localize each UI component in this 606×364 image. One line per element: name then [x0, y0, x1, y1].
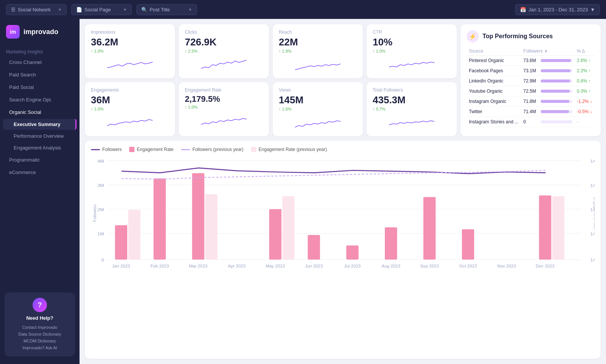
sidebar-subitem-executive-summary[interactable]: Executive Summary [3, 119, 77, 130]
table-row: Facebook Pages73.1M2.2% ↑ [467, 66, 595, 76]
main-chart-svg: 4M 3M 2M 1M 0 Followers 14.8 14.6 14.4 1… [91, 157, 595, 278]
col-source: Source [467, 47, 521, 56]
sidebar-item-search-engine-opt[interactable]: Search Engine Opt. [3, 94, 77, 106]
svg-text:Jun 2023: Jun 2023 [305, 264, 323, 269]
sidebar-item-paid-social[interactable]: Paid Social [3, 81, 77, 93]
svg-text:2M: 2M [97, 207, 104, 212]
panel-title-text: Top Performing Sources [483, 33, 553, 40]
social-page-icon: 📄 [76, 7, 82, 12]
top-bar: ☰ Social Network ▼ 📄 Social Page ▼ 🔍 Pos… [0, 0, 606, 19]
pct-delta-cell: - [575, 117, 595, 127]
sidebar-label: eCommerce [9, 170, 36, 175]
svg-rect-22 [269, 209, 281, 260]
metric-label: Impressions [91, 30, 169, 35]
svg-text:Aug 2023: Aug 2023 [381, 264, 400, 269]
sidebar-subitem-engagement-analysis[interactable]: Engagement Analysis [3, 142, 77, 153]
table-row: LinkedIn Organic72.9M0.6% ↑ [467, 76, 595, 86]
svg-text:Jan 2023: Jan 2023 [112, 264, 130, 269]
svg-rect-30 [552, 196, 564, 260]
svg-text:0: 0 [102, 258, 104, 263]
followers-cell: 71.4M [521, 107, 575, 117]
social-network-filter[interactable]: ☰ Social Network ▼ [6, 4, 67, 15]
sparkline-ctr [373, 56, 451, 72]
ask-ai-link[interactable]: Improvado? Ask AI [9, 344, 70, 351]
post-title-filter[interactable]: 🔍 Post Title ▼ [136, 4, 197, 15]
svg-text:Oct 2023: Oct 2023 [459, 264, 477, 269]
pct-delta-cell: 2.6% ↑ [575, 56, 595, 66]
sparkline-clicks [185, 56, 263, 72]
legend-engagement-prev: Engagement Rate (previous year) [251, 147, 327, 152]
sidebar-label: Paid Search [9, 72, 36, 78]
sidebar-label: Paid Social [9, 84, 34, 90]
chart-area: 4M 3M 2M 1M 0 Followers 14.8 14.6 14.4 1… [91, 157, 595, 278]
source-name: Instagram Stories and ... [467, 117, 521, 127]
help-icon: ? [33, 298, 47, 312]
metric-label: CTR [373, 30, 451, 35]
panel-title: ⚡ Top Performing Sources [467, 30, 595, 42]
social-network-label: Social Network [18, 7, 51, 12]
sparkline-engagements [91, 114, 169, 129]
source-name: Facebook Pages [467, 66, 521, 76]
source-name: Youtube Organic [467, 86, 521, 96]
legend-engagement-rate: Engagement Rate [129, 147, 173, 152]
metric-label: Engagements [91, 87, 169, 93]
svg-rect-21 [205, 194, 217, 260]
sidebar-item-organic-social[interactable]: Organic Social [3, 106, 77, 118]
social-network-icon: ☰ [11, 7, 16, 12]
source-name: LinkedIn Organic [467, 76, 521, 86]
metric-total-followers: Total Followers 435.3M ↑ 0.7% [367, 82, 457, 136]
logo-icon: im [6, 25, 20, 39]
metric-engagement-rate: Engagement Rate 2,179.5% ↑ 1.0% [179, 82, 269, 136]
svg-text:May 2023: May 2023 [266, 264, 285, 269]
metric-change: ↑ 1.0% [185, 105, 263, 109]
mcdm-dict-link[interactable]: MCDM Dictionary [9, 338, 70, 344]
table-row: Pinterest Organic73.6M2.6% ↑ [467, 56, 595, 66]
sidebar-label: Cross Channel [9, 59, 42, 65]
table-row: Youtube Organic72.5M0.3% ↑ [467, 86, 595, 96]
sidebar-item-ecommerce[interactable]: eCommerce [3, 166, 77, 178]
chevron-down-icon: ▼ [590, 7, 595, 12]
col-followers[interactable]: Followers ▼ [521, 47, 575, 56]
svg-text:14.8: 14.8 [590, 159, 595, 163]
sidebar-item-paid-search[interactable]: Paid Search [3, 69, 77, 81]
svg-text:Dec 2023: Dec 2023 [536, 264, 554, 269]
pct-delta-cell: 0.3% ↑ [575, 86, 595, 96]
metric-value: 2,179.5% [185, 94, 263, 104]
sidebar-section-marketing-insights: Marketing Insights [0, 45, 80, 56]
followers-cell: 73.6M [521, 56, 575, 66]
data-dict-link[interactable]: Data Source Dictionary [9, 331, 70, 338]
metric-value: 145M [279, 94, 357, 106]
legend-followers: Followers [91, 147, 122, 152]
sidebar-subitem-performance-overview[interactable]: Performance Overview [3, 131, 77, 142]
followers-cell: 71.8M [521, 96, 575, 107]
svg-text:Feb 2023: Feb 2023 [150, 264, 169, 269]
date-range-filter[interactable]: 📅 Jan 1, 2023 - Dec 31, 2023 ▼ [515, 4, 600, 15]
sidebar-item-cross-channel[interactable]: Cross Channel [3, 56, 77, 68]
metric-label: Reach [279, 30, 357, 35]
svg-text:Engagement Rate: Engagement Rate [593, 197, 595, 229]
col-pct-delta: % Δ [575, 47, 595, 56]
metric-value: 726.9K [185, 36, 263, 48]
svg-text:Sep 2023: Sep 2023 [420, 264, 439, 269]
help-title: Need Help? [9, 315, 70, 321]
followers-cell: 72.5M [521, 86, 575, 96]
contact-link[interactable]: Contact Improvado [9, 324, 70, 331]
source-name: Instagram Organic [467, 96, 521, 107]
svg-rect-27 [423, 197, 436, 260]
svg-text:Followers: Followers [92, 204, 97, 222]
top-section: Impressions 36.2M ↑ 1.0% Clicks 726.9K ↑… [85, 24, 601, 136]
svg-text:3M: 3M [97, 183, 104, 188]
post-title-label: Post Title [150, 7, 170, 12]
pct-delta-cell: 2.2% ↑ [575, 66, 595, 76]
social-page-filter[interactable]: 📄 Social Page ▼ [71, 4, 132, 15]
table-row: Twitter71.4M-0.5% ↓ [467, 107, 595, 117]
logo-text: improvado [23, 28, 58, 36]
svg-text:Mar 2023: Mar 2023 [189, 264, 208, 269]
metric-change: ↑ 1.9% [279, 49, 357, 53]
svg-rect-29 [539, 195, 551, 260]
metric-change: ↑ 2.5% [185, 49, 263, 53]
sidebar-item-programmatic[interactable]: Programmatic [3, 154, 77, 166]
metric-value: 435.3M [373, 94, 451, 106]
chevron-down-icon: ▼ [123, 8, 127, 12]
sort-icon: ▼ [544, 49, 548, 53]
